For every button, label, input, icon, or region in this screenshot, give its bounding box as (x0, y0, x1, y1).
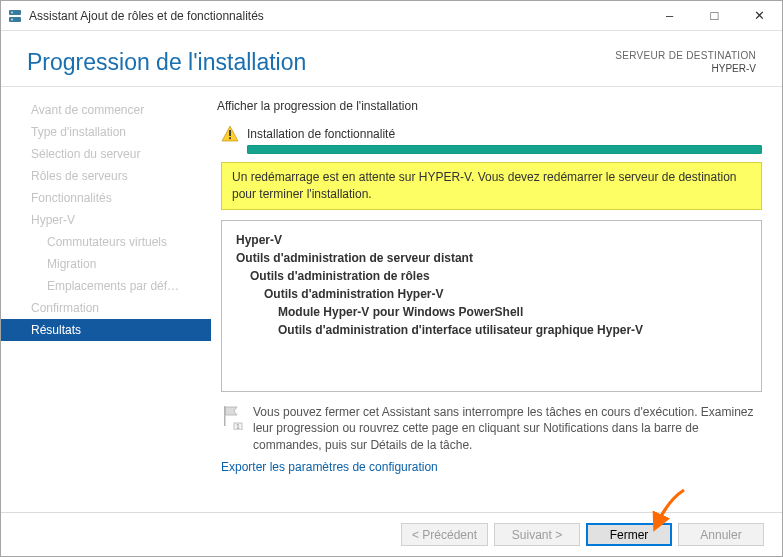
close-button[interactable]: Fermer (586, 523, 672, 546)
previous-button: < Précédent (401, 523, 488, 546)
wizard-step: Migration (1, 253, 211, 275)
svg-point-3 (11, 18, 13, 20)
destination-name: HYPER-V (615, 62, 756, 75)
svg-point-2 (11, 11, 13, 13)
flag-icon: 1 (221, 404, 243, 430)
result-item: Module Hyper-V pour Windows PowerShell (236, 303, 747, 321)
result-item: Outils d'administration Hyper-V (236, 285, 747, 303)
svg-rect-5 (229, 130, 231, 136)
result-item: Outils d'administration de serveur dista… (236, 249, 747, 267)
button-row: < Précédent Suivant > Fermer Annuler (1, 512, 782, 556)
destination-server: SERVEUR DE DESTINATION HYPER-V (615, 49, 756, 75)
wizard-step[interactable]: Résultats (1, 319, 211, 341)
restart-notice: Un redémarrage est en attente sur HYPER-… (221, 162, 762, 210)
view-progress-label: Afficher la progression de l'installatio… (217, 99, 762, 113)
header: Progression de l'installation SERVEUR DE… (1, 31, 782, 87)
export-settings-link[interactable]: Exporter les paramètres de configuration (221, 460, 762, 474)
wizard-window: Assistant Ajout de rôles et de fonctionn… (0, 0, 783, 557)
page-title: Progression de l'installation (27, 49, 306, 76)
wizard-step: Type d'installation (1, 121, 211, 143)
results-list: Hyper-VOutils d'administration de serveu… (221, 220, 762, 392)
status-row: Installation de fonctionnalité (217, 125, 762, 143)
background-task-note: 1 Vous pouvez fermer cet Assistant sans … (221, 404, 762, 454)
main-panel: Afficher la progression de l'installatio… (211, 87, 782, 512)
window-controls: – □ ✕ (647, 1, 782, 30)
result-item: Hyper-V (236, 231, 747, 249)
progress-bar (247, 145, 762, 154)
svg-text:1: 1 (236, 423, 240, 430)
status-text: Installation de fonctionnalité (247, 127, 395, 141)
wizard-step: Confirmation (1, 297, 211, 319)
wizard-step: Avant de commencer (1, 99, 211, 121)
wizard-step: Emplacements par déf… (1, 275, 211, 297)
wizard-step: Hyper-V (1, 209, 211, 231)
server-manager-icon (7, 8, 23, 24)
result-item: Outils d'administration d'interface util… (236, 321, 747, 339)
cancel-button: Annuler (678, 523, 764, 546)
warning-icon (221, 125, 239, 143)
wizard-step: Rôles de serveurs (1, 165, 211, 187)
titlebar: Assistant Ajout de rôles et de fonctionn… (1, 1, 782, 31)
maximize-button[interactable]: □ (692, 1, 737, 30)
minimize-button[interactable]: – (647, 1, 692, 30)
svg-rect-0 (9, 10, 21, 15)
window-title: Assistant Ajout de rôles et de fonctionn… (29, 9, 647, 23)
wizard-steps: Avant de commencerType d'installationSél… (1, 87, 211, 512)
svg-rect-6 (229, 137, 231, 139)
result-item: Outils d'administration de rôles (236, 267, 747, 285)
wizard-step: Sélection du serveur (1, 143, 211, 165)
destination-label: SERVEUR DE DESTINATION (615, 49, 756, 62)
wizard-step: Fonctionnalités (1, 187, 211, 209)
svg-rect-1 (9, 17, 21, 22)
next-button: Suivant > (494, 523, 580, 546)
wizard-step: Commutateurs virtuels (1, 231, 211, 253)
background-task-text: Vous pouvez fermer cet Assistant sans in… (253, 404, 762, 454)
close-window-button[interactable]: ✕ (737, 1, 782, 30)
body: Avant de commencerType d'installationSél… (1, 87, 782, 512)
